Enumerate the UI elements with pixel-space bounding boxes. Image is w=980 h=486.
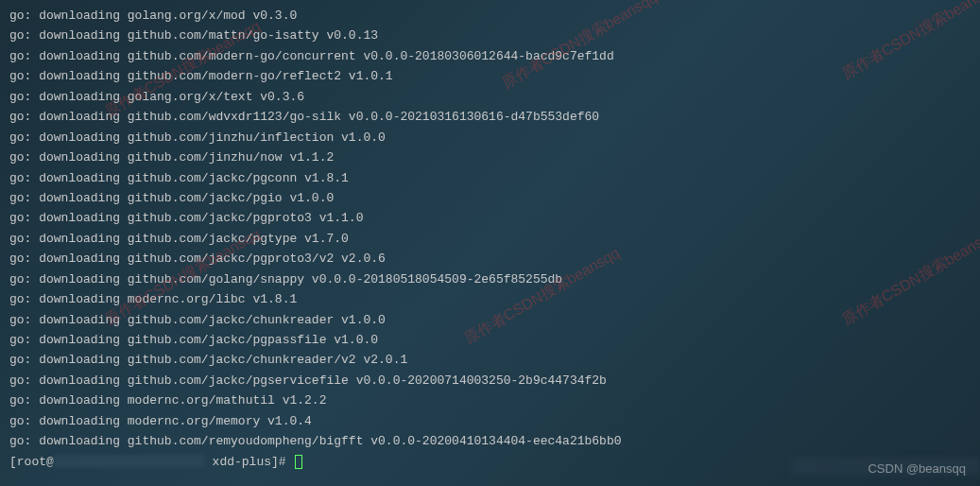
output-line: go: downloading github.com/jackc/pgtype …	[9, 229, 971, 249]
output-line: go: downloading github.com/wdvxdr1123/go…	[9, 107, 971, 127]
output-line: go: downloading github.com/remyoudomphen…	[9, 431, 971, 451]
cursor-icon	[295, 455, 302, 469]
output-line: go: downloading github.com/modern-go/con…	[9, 46, 971, 66]
output-line: go: downloading modernc.org/memory v1.0.…	[9, 411, 971, 431]
output-line: go: downloading modernc.org/libc v1.8.1	[9, 289, 971, 309]
prompt-directory: xdd-plus]#	[205, 455, 294, 469]
prompt-host-redacted	[54, 455, 205, 468]
output-line: go: downloading github.com/modern-go/ref…	[9, 66, 971, 86]
output-line: go: downloading github.com/jackc/pgconn …	[9, 168, 971, 188]
output-line: go: downloading modernc.org/mathutil v1.…	[9, 391, 971, 410]
output-line: go: downloading github.com/jackc/pgio v1…	[9, 188, 971, 208]
output-line: go: downloading github.com/jackc/pgpassf…	[9, 330, 971, 350]
output-line: go: downloading github.com/jackc/chunkre…	[9, 310, 971, 330]
output-line: go: downloading github.com/jackc/pgservi…	[9, 371, 971, 391]
output-line: go: downloading github.com/jackc/chunkre…	[9, 350, 971, 370]
prompt-user: [root@	[9, 455, 54, 469]
terminal-output: go: downloading golang.org/x/mod v0.3.0 …	[9, 6, 971, 472]
output-line: go: downloading github.com/golang/snappy…	[9, 269, 971, 289]
output-line: go: downloading github.com/jinzhu/inflec…	[9, 128, 971, 148]
output-line: go: downloading github.com/mattn/go-isat…	[9, 26, 971, 45]
output-line: go: downloading golang.org/x/text v0.3.6	[9, 87, 971, 107]
output-line: go: downloading golang.org/x/mod v0.3.0	[9, 6, 971, 26]
csdn-attribution: CSDN @beansqq	[868, 459, 966, 478]
output-line: go: downloading github.com/jackc/pgproto…	[9, 249, 971, 269]
output-line: go: downloading github.com/jinzhu/now v1…	[9, 148, 971, 167]
output-line: go: downloading github.com/jackc/pgproto…	[9, 208, 971, 228]
